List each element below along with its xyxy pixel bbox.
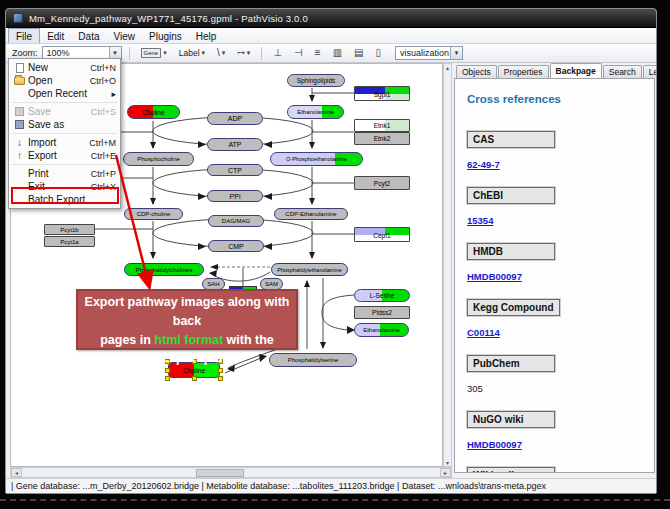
node-o-phosphoethanolamine[interactable]: O-Phosphoethanolamine (270, 152, 363, 166)
node-adp[interactable]: ADP (207, 112, 263, 125)
section-header: NuGO wiki (467, 411, 555, 428)
visualization-combobox[interactable]: visualization ▾ (395, 46, 463, 60)
backpage-section-wikipedia: Wikipedia Choline (467, 465, 642, 473)
tab-objects[interactable]: Objects (456, 65, 497, 78)
label-tool-text: Label (179, 48, 200, 58)
menu-item-print[interactable]: Print Ctrl+P (9, 167, 120, 180)
node-label: Ethanolamine (297, 109, 334, 115)
node-label: Etnk1 (374, 122, 391, 129)
align-center-horizontal-icon: ⊣ (294, 48, 303, 58)
connector-tool-button[interactable]: ⌐▪ ▾ (233, 46, 254, 61)
menu-separator (12, 133, 117, 134)
canvas-vertical-scrollbar[interactable]: ▴ ▾ (443, 63, 452, 467)
align-center-vertical-button[interactable]: ⊥ (269, 46, 286, 61)
node-ethanolamine-bottom[interactable]: Ethanolamine (354, 323, 409, 337)
node-atp[interactable]: ATP (207, 138, 263, 151)
node-label: ADP (228, 115, 242, 122)
node-ethanolamine[interactable]: Ethanolamine (287, 105, 344, 119)
selection-handle[interactable] (192, 376, 197, 381)
tab-legend[interactable]: Legend (643, 65, 657, 78)
chevron-down-icon[interactable]: ▾ (450, 47, 462, 59)
cross-reference-link[interactable]: 62-49-7 (467, 159, 500, 170)
node-pcyt1b[interactable]: Pcyt1b (44, 224, 95, 235)
section-header: Kegg Compound (467, 299, 560, 316)
menu-file[interactable]: File (8, 28, 40, 43)
node-cdp-ethanolamine[interactable]: CDP-Ethanolamine (274, 208, 348, 220)
scroll-right-icon[interactable]: ▸ (440, 468, 451, 477)
scroll-left-icon[interactable]: ◂ (11, 468, 22, 477)
node-l-serine[interactable]: L-Serine (354, 289, 410, 302)
menu-item-export[interactable]: ↑ Export Ctrl+E (9, 149, 120, 162)
chevron-down-icon: ▾ (202, 49, 206, 57)
titlebar: Mm_Kennedy_pathway_WP1771_45176.gpml - P… (6, 9, 656, 28)
cross-reference-link[interactable]: HMDB00097 (467, 271, 522, 282)
menu-item-batch-export[interactable]: Batch Export (9, 193, 120, 206)
align-center-vertical-icon: ⊥ (273, 48, 282, 58)
cross-reference-link[interactable]: HMDB00097 (467, 439, 522, 450)
distribute-vertical-button[interactable]: ≡ (311, 46, 325, 61)
label-tool-button[interactable]: Label ▾ (175, 46, 209, 61)
node-cdp-choline[interactable]: CDP-choline (124, 208, 183, 220)
menu-item-import[interactable]: ↓ Import Ctrl+M (9, 136, 120, 149)
selection-handle[interactable] (218, 368, 223, 373)
node-etnk1[interactable]: Etnk1 (354, 119, 410, 132)
menu-item-save-as[interactable]: Save as (9, 118, 120, 131)
scroll-up-icon[interactable]: ▴ (446, 64, 449, 71)
section-header: PubChem (467, 355, 555, 372)
menu-item-new[interactable]: New Ctrl+N (9, 61, 120, 74)
node-dag-mag[interactable]: DAG/MAG (208, 215, 264, 227)
node-sgpl1[interactable]: Sgpl1 (354, 86, 410, 101)
node-choline[interactable]: Choline (127, 105, 180, 119)
panel-tabs: Objects Properties Backpage Search Legen… (453, 63, 656, 78)
node-cept1[interactable]: Cept1 (354, 227, 410, 242)
node-phosphatidylethanolamine[interactable]: Phosphatidylethanolamine (271, 263, 348, 276)
menu-item-save: Save Ctrl+S (9, 105, 120, 118)
node-phosphocholine[interactable]: Phosphocholine (123, 152, 194, 166)
menu-plugins[interactable]: Plugins (142, 28, 189, 43)
section-header: ChEBI (467, 187, 555, 204)
node-pcyt1a[interactable]: Pcyt1a (44, 236, 95, 247)
node-ctp[interactable]: CTP (207, 164, 263, 176)
node-label: Pcyt1b (60, 227, 78, 233)
stack-vertical-button[interactable]: ▤ (350, 46, 367, 61)
scroll-down-icon[interactable]: ▾ (446, 459, 449, 466)
menu-item-open[interactable]: Open Ctrl+O (9, 74, 120, 87)
cross-reference-link[interactable]: 15354 (467, 215, 493, 226)
node-etnk2[interactable]: Etnk2 (354, 132, 410, 145)
menu-edit[interactable]: Edit (40, 28, 71, 43)
align-center-horizontal-button[interactable]: ⊣ (290, 46, 307, 61)
node-pcyt2[interactable]: Pcyt2 (354, 176, 410, 190)
node-sphingolipids[interactable]: Sphingolipids (287, 74, 345, 87)
tab-backpage[interactable]: Backpage (550, 63, 602, 78)
annotation-callout: Export pathway images along with back pa… (76, 289, 298, 350)
node-cmp[interactable]: CMP (208, 240, 264, 252)
node-label: L-Serine (370, 292, 395, 299)
selection-handle[interactable] (165, 368, 170, 373)
toolbar-separator (129, 47, 130, 60)
line-tool-button[interactable]: \ ▾ (213, 46, 229, 61)
datanode-tool-button[interactable]: Gene ▾ (137, 46, 171, 61)
stack-horizontal-icon: ▯ (376, 48, 382, 58)
node-ptdss2[interactable]: Ptdss2 (354, 306, 410, 319)
scrollbar-thumb[interactable] (196, 469, 244, 477)
node-phosphatidylcholines[interactable]: Phosphatidylcholines (124, 263, 204, 276)
tab-search[interactable]: Search (603, 65, 642, 78)
menu-view[interactable]: View (106, 28, 142, 43)
stack-horizontal-button[interactable]: ▯ (372, 46, 386, 61)
node-ppi[interactable]: PPi (207, 190, 263, 202)
menu-help[interactable]: Help (189, 28, 224, 43)
menu-item-exit[interactable]: Exit Ctrl+X (9, 180, 120, 193)
menu-item-open-recent[interactable]: Open Recent ▸ (9, 87, 120, 100)
new-document-icon (11, 63, 28, 73)
tab-properties[interactable]: Properties (498, 65, 549, 78)
distribute-horizontal-button[interactable]: ▥ (329, 46, 346, 61)
canvas-horizontal-scrollbar[interactable]: ◂ ▸ (10, 467, 452, 478)
menu-data[interactable]: Data (71, 28, 106, 43)
pathvisio-window: Mm_Kennedy_pathway_WP1771_45176.gpml - P… (5, 8, 657, 494)
distribute-vertical-icon: ≡ (315, 48, 321, 58)
import-icon: ↓ (11, 138, 28, 148)
cross-reference-link[interactable]: C00114 (467, 327, 500, 338)
node-label: Choline (142, 109, 164, 116)
selection-handle[interactable] (165, 376, 170, 381)
selection-handle[interactable] (218, 376, 223, 381)
